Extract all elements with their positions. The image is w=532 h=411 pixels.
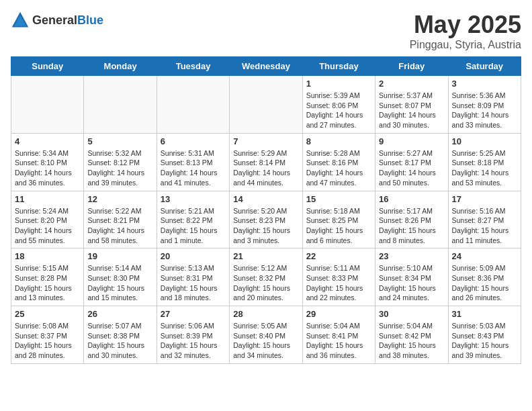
week-row-4: 18Sunrise: 5:15 AM Sunset: 8:28 PM Dayli…: [11, 248, 521, 306]
day-info: Sunrise: 5:22 AM Sunset: 8:21 PM Dayligh…: [87, 206, 152, 246]
calendar-cell: 31Sunrise: 5:03 AM Sunset: 8:43 PM Dayli…: [448, 306, 521, 364]
day-number: 4: [15, 136, 80, 146]
day-number: 16: [379, 194, 444, 204]
day-number: 3: [452, 79, 517, 89]
week-row-3: 11Sunrise: 5:24 AM Sunset: 8:20 PM Dayli…: [11, 191, 521, 248]
calendar-cell: 25Sunrise: 5:08 AM Sunset: 8:37 PM Dayli…: [11, 306, 84, 364]
logo-general: General: [32, 13, 77, 27]
weekday-header-sunday: Sunday: [11, 57, 84, 76]
day-info: Sunrise: 5:34 AM Sunset: 8:10 PM Dayligh…: [15, 148, 80, 188]
day-info: Sunrise: 5:03 AM Sunset: 8:43 PM Dayligh…: [452, 321, 517, 361]
day-number: 23: [379, 251, 444, 261]
calendar-subtitle: Pinggau, Styria, Austria: [410, 39, 521, 51]
calendar-cell: 26Sunrise: 5:07 AM Sunset: 8:38 PM Dayli…: [84, 306, 157, 364]
day-number: 19: [87, 251, 152, 261]
day-number: 7: [233, 136, 298, 146]
day-info: Sunrise: 5:09 AM Sunset: 8:36 PM Dayligh…: [452, 263, 517, 303]
calendar-cell: 17Sunrise: 5:16 AM Sunset: 8:27 PM Dayli…: [448, 191, 521, 248]
day-info: Sunrise: 5:10 AM Sunset: 8:34 PM Dayligh…: [379, 263, 444, 303]
day-number: 21: [233, 251, 298, 261]
calendar-cell: 12Sunrise: 5:22 AM Sunset: 8:21 PM Dayli…: [84, 191, 157, 248]
day-number: 11: [15, 194, 80, 204]
day-number: 29: [306, 309, 371, 319]
day-number: 18: [15, 251, 80, 261]
calendar-cell: 18Sunrise: 5:15 AM Sunset: 8:28 PM Dayli…: [11, 248, 84, 306]
calendar-cell: [230, 76, 302, 134]
calendar-cell: 30Sunrise: 5:04 AM Sunset: 8:42 PM Dayli…: [375, 306, 448, 364]
day-info: Sunrise: 5:07 AM Sunset: 8:38 PM Dayligh…: [87, 321, 152, 361]
page-header: GeneralBlue May 2025 Pinggau, Styria, Au…: [11, 11, 521, 51]
weekday-header-saturday: Saturday: [448, 57, 521, 76]
day-number: 15: [306, 194, 371, 204]
weekday-header-row: SundayMondayTuesdayWednesdayThursdayFrid…: [11, 57, 521, 76]
calendar-cell: 2Sunrise: 5:37 AM Sunset: 8:07 PM Daylig…: [375, 76, 448, 134]
day-number: 24: [452, 251, 517, 261]
day-number: 22: [306, 251, 371, 261]
day-info: Sunrise: 5:13 AM Sunset: 8:31 PM Dayligh…: [161, 263, 226, 303]
calendar-cell: 27Sunrise: 5:06 AM Sunset: 8:39 PM Dayli…: [157, 306, 229, 364]
day-info: Sunrise: 5:25 AM Sunset: 8:18 PM Dayligh…: [452, 148, 517, 188]
weekday-header-monday: Monday: [84, 57, 157, 76]
day-number: 17: [452, 194, 517, 204]
day-number: 26: [87, 309, 152, 319]
day-info: Sunrise: 5:17 AM Sunset: 8:26 PM Dayligh…: [379, 206, 444, 246]
calendar-cell: 23Sunrise: 5:10 AM Sunset: 8:34 PM Dayli…: [375, 248, 448, 306]
day-info: Sunrise: 5:06 AM Sunset: 8:39 PM Dayligh…: [161, 321, 226, 361]
day-info: Sunrise: 5:36 AM Sunset: 8:09 PM Dayligh…: [452, 91, 517, 130]
calendar-table: SundayMondayTuesdayWednesdayThursdayFrid…: [11, 56, 521, 364]
weekday-header-friday: Friday: [375, 57, 448, 76]
calendar-cell: 21Sunrise: 5:12 AM Sunset: 8:32 PM Dayli…: [230, 248, 302, 306]
calendar-cell: 3Sunrise: 5:36 AM Sunset: 8:09 PM Daylig…: [448, 76, 521, 134]
logo-icon: [11, 11, 30, 30]
calendar-cell: 5Sunrise: 5:32 AM Sunset: 8:12 PM Daylig…: [84, 133, 157, 191]
calendar-cell: 1Sunrise: 5:39 AM Sunset: 8:06 PM Daylig…: [302, 76, 375, 134]
calendar-cell: 22Sunrise: 5:11 AM Sunset: 8:33 PM Dayli…: [302, 248, 375, 306]
day-info: Sunrise: 5:24 AM Sunset: 8:20 PM Dayligh…: [15, 206, 80, 246]
day-number: 8: [306, 136, 371, 146]
calendar-cell: 9Sunrise: 5:27 AM Sunset: 8:17 PM Daylig…: [375, 133, 448, 191]
day-number: 14: [233, 194, 298, 204]
calendar-cell: 29Sunrise: 5:04 AM Sunset: 8:41 PM Dayli…: [302, 306, 375, 364]
day-info: Sunrise: 5:15 AM Sunset: 8:28 PM Dayligh…: [15, 263, 80, 303]
day-number: 1: [306, 79, 371, 89]
day-info: Sunrise: 5:04 AM Sunset: 8:42 PM Dayligh…: [379, 321, 444, 361]
day-info: Sunrise: 5:27 AM Sunset: 8:17 PM Dayligh…: [379, 148, 444, 188]
calendar-cell: 19Sunrise: 5:14 AM Sunset: 8:30 PM Dayli…: [84, 248, 157, 306]
week-row-2: 4Sunrise: 5:34 AM Sunset: 8:10 PM Daylig…: [11, 133, 521, 191]
calendar-cell: [157, 76, 229, 134]
day-info: Sunrise: 5:11 AM Sunset: 8:33 PM Dayligh…: [306, 263, 371, 303]
day-info: Sunrise: 5:37 AM Sunset: 8:07 PM Dayligh…: [379, 91, 444, 130]
logo: GeneralBlue: [11, 11, 103, 30]
day-number: 25: [15, 309, 80, 319]
day-number: 2: [379, 79, 444, 89]
calendar-cell: 7Sunrise: 5:29 AM Sunset: 8:14 PM Daylig…: [230, 133, 302, 191]
day-number: 13: [161, 194, 226, 204]
day-info: Sunrise: 5:18 AM Sunset: 8:25 PM Dayligh…: [306, 206, 371, 246]
calendar-cell: 24Sunrise: 5:09 AM Sunset: 8:36 PM Dayli…: [448, 248, 521, 306]
day-info: Sunrise: 5:31 AM Sunset: 8:13 PM Dayligh…: [161, 148, 226, 188]
day-info: Sunrise: 5:16 AM Sunset: 8:27 PM Dayligh…: [452, 206, 517, 246]
day-number: 28: [233, 309, 298, 319]
calendar-cell: 13Sunrise: 5:21 AM Sunset: 8:22 PM Dayli…: [157, 191, 229, 248]
day-info: Sunrise: 5:08 AM Sunset: 8:37 PM Dayligh…: [15, 321, 80, 361]
calendar-title: May 2025: [410, 11, 521, 39]
calendar-cell: 6Sunrise: 5:31 AM Sunset: 8:13 PM Daylig…: [157, 133, 229, 191]
calendar-cell: [11, 76, 84, 134]
day-info: Sunrise: 5:14 AM Sunset: 8:30 PM Dayligh…: [87, 263, 152, 303]
day-number: 5: [87, 136, 152, 146]
title-block: May 2025 Pinggau, Styria, Austria: [410, 11, 521, 51]
calendar-cell: 20Sunrise: 5:13 AM Sunset: 8:31 PM Dayli…: [157, 248, 229, 306]
day-number: 27: [161, 309, 226, 319]
day-info: Sunrise: 5:21 AM Sunset: 8:22 PM Dayligh…: [161, 206, 226, 246]
week-row-5: 25Sunrise: 5:08 AM Sunset: 8:37 PM Dayli…: [11, 306, 521, 364]
day-info: Sunrise: 5:04 AM Sunset: 8:41 PM Dayligh…: [306, 321, 371, 361]
calendar-cell: 10Sunrise: 5:25 AM Sunset: 8:18 PM Dayli…: [448, 133, 521, 191]
day-number: 30: [379, 309, 444, 319]
day-number: 20: [161, 251, 226, 261]
calendar-cell: 15Sunrise: 5:18 AM Sunset: 8:25 PM Dayli…: [302, 191, 375, 248]
day-info: Sunrise: 5:39 AM Sunset: 8:06 PM Dayligh…: [306, 91, 371, 130]
calendar-cell: 14Sunrise: 5:20 AM Sunset: 8:23 PM Dayli…: [230, 191, 302, 248]
weekday-header-wednesday: Wednesday: [230, 57, 302, 76]
calendar-cell: 28Sunrise: 5:05 AM Sunset: 8:40 PM Dayli…: [230, 306, 302, 364]
day-number: 31: [452, 309, 517, 319]
